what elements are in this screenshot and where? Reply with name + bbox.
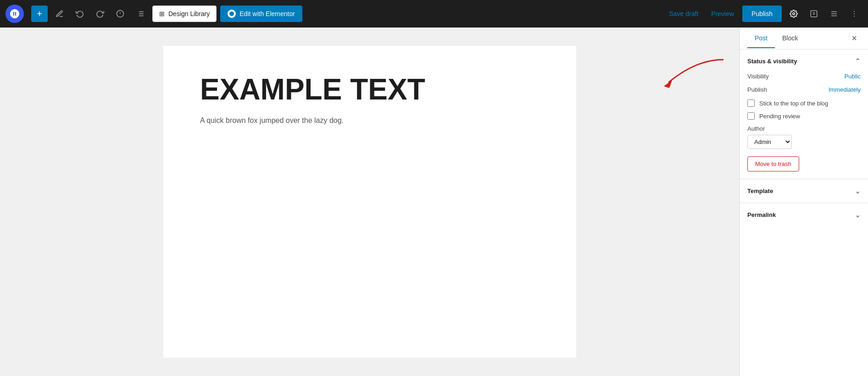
toolbar: + ⊞ Design Library Edit with Elementor S…	[0, 0, 868, 28]
design-library-icon: ⊞	[159, 10, 165, 17]
add-block-button[interactable]: +	[31, 6, 48, 22]
visibility-value[interactable]: Public	[845, 73, 861, 80]
stick-to-top-checkbox[interactable]	[747, 100, 755, 107]
status-visibility-section: Status & visibility ⌃ Visibility Public …	[740, 50, 868, 179]
info-button[interactable]	[112, 6, 128, 22]
stick-to-top-row: Stick to the top of the blog	[747, 100, 861, 107]
block-list-button[interactable]	[826, 6, 842, 22]
visibility-label: Visibility	[747, 73, 769, 80]
author-section: Author Admin	[747, 125, 861, 149]
sidebar-panel: Post Block × Status & visibility ⌃ Visib…	[740, 28, 868, 376]
svg-point-18	[854, 13, 855, 14]
permalink-header: Permalink ⌄	[747, 210, 861, 219]
template-section: Template ⌄	[740, 179, 868, 203]
author-label: Author	[747, 125, 861, 132]
close-panel-button[interactable]: ×	[848, 32, 861, 45]
stick-to-top-label[interactable]: Stick to the top of the blog	[759, 100, 828, 107]
preview-button[interactable]: Preview	[707, 7, 739, 20]
editor-content: EXAMPLE TEXT A quick brown fox jumped ov…	[163, 46, 576, 358]
template-title: Template	[747, 188, 773, 194]
permalink-title: Permalink	[747, 211, 776, 218]
template-header: Template ⌄	[747, 187, 861, 195]
panel-tabs: Post Block	[747, 29, 848, 48]
list-view-button[interactable]	[132, 6, 149, 22]
permalink-section-toggle[interactable]: ⌄	[855, 210, 861, 219]
svg-point-10	[793, 13, 795, 15]
publish-button[interactable]: Publish	[742, 6, 782, 22]
panel-header: Post Block ×	[740, 28, 868, 50]
toolbar-right: Save draft Preview Publish	[664, 6, 862, 22]
publish-label: Publish	[747, 86, 767, 93]
edit-tool-button[interactable]	[51, 6, 68, 22]
publish-row: Publish Immediately	[747, 86, 861, 93]
wp-logo	[6, 5, 24, 23]
permalink-section: Permalink ⌄	[740, 203, 868, 227]
example-title: EXAMPLE TEXT	[200, 73, 540, 105]
template-section-toggle[interactable]: ⌄	[855, 187, 861, 195]
undo-button[interactable]	[72, 6, 88, 22]
pending-review-label[interactable]: Pending review	[759, 113, 800, 120]
example-paragraph: A quick brown fox jumped over the lazy d…	[200, 115, 540, 127]
edit-elementor-button[interactable]: Edit with Elementor	[220, 6, 302, 22]
settings-button[interactable]	[785, 6, 802, 22]
save-draft-button[interactable]: Save draft	[664, 7, 703, 20]
status-section-toggle[interactable]: ⌃	[855, 57, 861, 66]
pending-review-row: Pending review	[747, 112, 861, 120]
editor-area[interactable]: EXAMPLE TEXT A quick brown fox jumped ov…	[0, 28, 740, 376]
edit-elementor-label: Edit with Elementor	[239, 10, 295, 17]
post-editor-button[interactable]	[806, 6, 822, 22]
pending-review-checkbox[interactable]	[747, 112, 755, 120]
more-options-button[interactable]	[846, 6, 862, 22]
redo-button[interactable]	[92, 6, 108, 22]
author-select[interactable]: Admin	[747, 135, 792, 149]
svg-point-19	[854, 16, 855, 17]
design-library-label: Design Library	[168, 10, 210, 17]
design-library-button[interactable]: ⊞ Design Library	[152, 6, 217, 22]
main-area: EXAMPLE TEXT A quick brown fox jumped ov…	[0, 28, 868, 376]
move-to-trash-button[interactable]: Move to trash	[747, 156, 799, 171]
visibility-row: Visibility Public	[747, 73, 861, 80]
tab-block[interactable]: Block	[775, 29, 805, 48]
elementor-icon	[228, 10, 236, 18]
svg-point-9	[229, 11, 234, 16]
status-visibility-title: Status & visibility	[747, 58, 797, 65]
svg-point-17	[854, 11, 855, 12]
tab-post[interactable]: Post	[747, 29, 775, 48]
publish-value[interactable]: Immediately	[829, 86, 861, 93]
section-header-status: Status & visibility ⌃	[747, 57, 861, 66]
